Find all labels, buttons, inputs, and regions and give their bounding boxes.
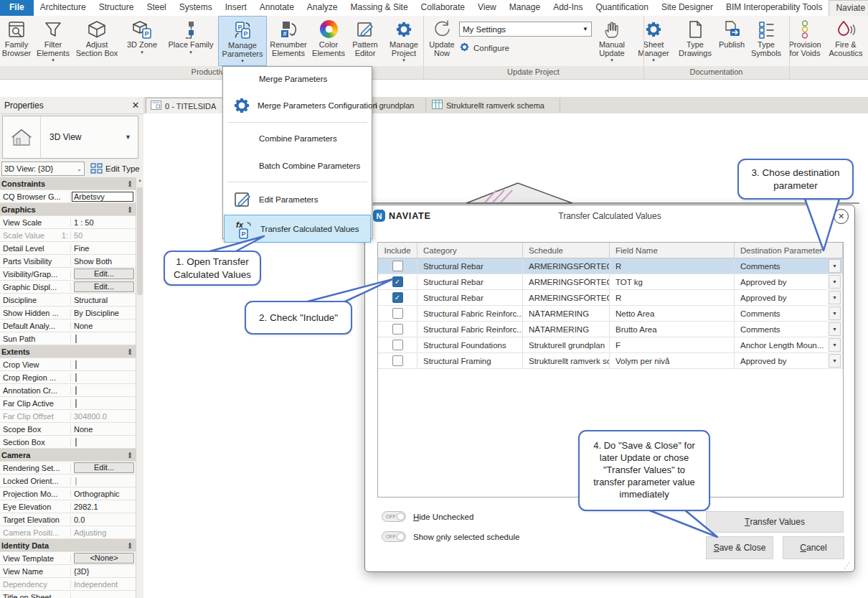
include-checkbox[interactable] [392,324,403,335]
property-value[interactable]: Arbetsvy [71,192,136,202]
menu-item-merge-parameters-configuration[interactable]: Merge Parameters Configuration [223,91,372,120]
property-value[interactable] [71,399,136,408]
view-tab-0-titelsida[interactable]: 0 - TITELSIDA [146,98,235,113]
property-row-parts-visibility[interactable]: Parts VisibilityShow Both [0,255,136,268]
transfer-values-button[interactable]: Transfer Values [706,511,844,533]
destination-parameter-dropdown[interactable]: ▼ [829,307,841,320]
property-value[interactable] [71,373,136,382]
destination-parameter-dropdown[interactable]: ▼ [829,291,841,304]
manual-update-button[interactable]: Manual Update▾ [592,16,632,66]
property-row-view-template[interactable]: View Template<None> [0,552,136,565]
property-value[interactable]: None [71,322,136,330]
property-value[interactable]: Edit... [71,462,136,473]
property-value[interactable]: Structural [71,296,136,304]
property-value[interactable] [71,386,136,395]
property-value[interactable]: 50 [71,231,136,240]
close-icon[interactable]: ✕ [834,209,849,224]
property-row-locked-orient[interactable]: Locked Orient... [0,475,136,487]
3d-zone-button[interactable]: P3D Zone▾ [121,16,164,66]
manage-project-button[interactable]: Manage Project▾ [383,16,425,66]
table-row[interactable]: Structural FoundationsStrukturell grundp… [378,337,843,353]
ribbon-tab-structure[interactable]: Structure [93,0,141,16]
provision-for-voids-button[interactable]: Provision for Voids [784,16,826,66]
property-value[interactable] [71,360,136,369]
cancel-button[interactable]: Cancel [783,536,844,559]
renumber-elements-button[interactable]: #Renumber Elements [267,16,310,66]
place-family-button[interactable]: Place Family▾ [164,16,218,66]
property-value[interactable]: By Discipline [71,309,136,317]
property-value[interactable]: 1 : 50 [71,218,136,227]
property-row-show-hidden[interactable]: Show Hidden ...By Discipline [0,307,136,319]
family-browser-button[interactable]: Family Browser [0,16,33,66]
property-value[interactable]: 2982.1 [71,503,136,511]
fire-acoustics-button[interactable]: Fire & Acoustics [826,16,866,66]
ribbon-tab-naviate[interactable]: Naviate [829,0,868,16]
table-row[interactable]: Structural FramingStrukturellt ramverk s… [378,353,843,369]
property-row-view-scale[interactable]: View Scale1 : 50 [0,216,136,229]
property-edit-button[interactable]: Edit... [74,268,134,279]
property-row-section-box[interactable]: Section Box [0,436,136,449]
property-value[interactable]: Show Both [71,257,136,266]
menu-item-batch-combine-parameters[interactable]: Batch Combine Parameters [223,152,372,179]
ribbon-tab-bim-interoperability-tools[interactable]: BIM Interoperability Tools [720,0,829,16]
ribbon-tab-manage[interactable]: Manage [503,0,547,16]
pattern-editor-button[interactable]: Pattern Editor [347,16,383,66]
destination-parameter-dropdown[interactable]: ▼ [829,338,841,352]
filter-elements-button[interactable]: Filter Elements▾ [33,16,73,66]
ribbon-tab-analyze[interactable]: Analyze [301,0,344,16]
include-checkbox[interactable] [392,340,403,350]
table-row[interactable]: ✓Structural RebarARMERINGSFÖRTECKNIN...R… [378,290,843,306]
property-value[interactable] [71,438,136,447]
property-row-dependency[interactable]: DependencyIndependent [0,578,136,591]
menu-item-combine-parameters[interactable]: Combine Parameters [223,125,372,152]
property-row-eye-elevation[interactable]: Eye Elevation2982.1 [0,500,136,513]
include-checkbox[interactable]: ✓ [392,276,403,287]
sheet-manager-button[interactable]: Sheet Manager▾ [632,16,675,66]
property-value[interactable]: Independent [71,580,136,589]
table-row[interactable]: Structural Fabric Reinforc...NÄTARMERING… [378,322,843,337]
property-row-far-clip-active[interactable]: Far Clip Active [0,397,136,410]
property-edit-button[interactable]: <None> [74,553,134,564]
table-row[interactable]: ✓Structural RebarARMERINGSFÖRTECKNIN...T… [378,274,843,290]
property-row-discipline[interactable]: DisciplineStructural [0,294,136,307]
property-row-scale-value[interactable]: Scale Value1:50 [0,229,136,242]
close-icon[interactable]: ✕ [128,100,143,111]
ribbon-tab-systems[interactable]: Systems [173,0,219,16]
property-row-cq-browser-g[interactable]: CQ Browser G...Arbetsvy [0,190,136,203]
hide-unchecked-toggle[interactable]: OFF [382,511,406,522]
property-row-crop-view[interactable]: Crop View [0,358,136,371]
property-value[interactable] [71,477,136,485]
property-row-annotation-cr[interactable]: Annotation Cr... [0,384,136,397]
resize-grip[interactable]: ⋰ [844,561,851,569]
property-row-graphic-displ[interactable]: Graphic Displ...Edit... [0,281,136,294]
ribbon-tab-massing-site[interactable]: Massing & Site [344,0,415,16]
manage-parameters-button[interactable]: PPManage Parameters▾ [218,16,267,66]
property-row-detail-level[interactable]: Detail LevelFine [0,242,136,255]
type-drawings-button[interactable]: Type Drawings [675,16,715,66]
menu-item-merge-parameters[interactable]: Merge Parameters [223,67,372,91]
property-value[interactable]: 304800.0 [71,412,136,421]
include-checkbox[interactable] [392,355,403,366]
property-checkbox[interactable] [75,335,77,343]
configure-button[interactable]: Configure [459,42,592,54]
property-checkbox[interactable] [75,477,77,485]
ribbon-tab-add-ins[interactable]: Add-Ins [547,0,589,16]
ribbon-tab-file[interactable]: File [0,0,34,16]
property-row-title-on-sheet[interactable]: Title on Sheet [0,591,136,598]
ribbon-tab-insert[interactable]: Insert [219,0,253,16]
chevron-down-icon[interactable]: ▼ [125,134,138,141]
property-value[interactable]: <None> [71,553,136,564]
destination-parameter-dropdown[interactable]: ▼ [829,322,841,336]
property-checkbox[interactable] [75,386,77,395]
type-symbols-button[interactable]: Type Symbols [748,16,784,66]
settings-dropdown[interactable]: My Settings▼ [459,22,592,37]
property-row-rendering-set[interactable]: Rendering Set...Edit... [0,462,136,475]
include-checkbox[interactable] [392,308,403,319]
property-checkbox[interactable] [75,399,77,408]
property-value[interactable]: Edit... [71,281,136,292]
property-input[interactable]: Arbetsvy [72,192,133,202]
property-row-sun-path[interactable]: Sun Path [0,332,136,345]
view-tab-l-grundplan[interactable]: l grundplan [371,98,426,113]
property-checkbox[interactable] [75,438,77,447]
property-row-target-elevation[interactable]: Target Elevation0.0 [0,513,136,526]
